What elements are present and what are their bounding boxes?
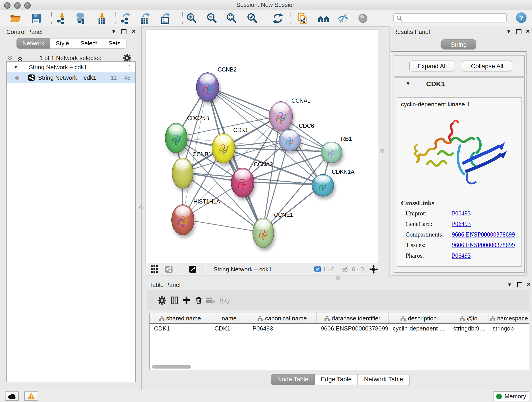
export-image-button[interactable] (159, 12, 172, 25)
network-node-cdc25b[interactable] (165, 123, 187, 153)
node-table[interactable]: shared namenamecanonical namedatabase id… (149, 313, 529, 370)
zoom-in-button[interactable] (186, 12, 198, 25)
network-node-ccna1[interactable] (269, 101, 293, 131)
show-view-button[interactable] (356, 12, 369, 25)
crosshair-move-icon (369, 265, 378, 274)
crosslink-link[interactable]: P06493 (452, 210, 471, 217)
detach-view-button[interactable] (189, 263, 196, 275)
delete-column-button[interactable] (193, 295, 204, 306)
export-network-button[interactable] (120, 12, 133, 25)
results-splitter-handle[interactable] (380, 148, 385, 153)
network-node-cdk1[interactable] (211, 133, 235, 163)
crosslink-link[interactable]: P06493 (452, 220, 471, 228)
import-network-from-database-button[interactable] (75, 12, 88, 25)
network-view-share-button[interactable] (165, 263, 173, 275)
table-cell[interactable]: stringdb (488, 324, 529, 334)
table-cell[interactable]: stringdb:9... (449, 324, 488, 334)
vertical-splitter-handle[interactable] (139, 205, 143, 210)
open-session-button[interactable] (9, 12, 22, 25)
panel-float-icon[interactable] (120, 28, 127, 35)
tab-string[interactable]: String (441, 39, 476, 50)
network-node-ccna2[interactable] (231, 167, 254, 197)
panel-float-icon[interactable] (516, 281, 523, 288)
table-row[interactable]: CDK1CDK1P064939606.ENSP00000378699cyclin… (150, 324, 529, 334)
tab-edge-table[interactable]: Edge Table (315, 374, 358, 385)
crosslink-link[interactable]: 9606.ENSP00000378699 (452, 242, 515, 249)
network-node-cdc6[interactable] (279, 129, 301, 151)
network-node-hist1h1a[interactable] (171, 204, 194, 235)
table-cell[interactable]: P06493 (248, 324, 317, 334)
tab-style[interactable]: Style (50, 38, 75, 49)
column-header--id[interactable]: @id (449, 313, 488, 323)
warning-status-button[interactable] (24, 391, 38, 401)
panel-menu-icon[interactable]: ▾ (110, 28, 117, 35)
tab-node-table[interactable]: Node Table (271, 374, 315, 385)
share-icon (165, 265, 173, 273)
delete-table-button[interactable] (205, 295, 216, 306)
network-node-ccnb1[interactable] (172, 157, 193, 188)
zoom-selected-button[interactable] (246, 12, 259, 25)
tab-sets[interactable]: Sets (103, 38, 126, 49)
import-network-button[interactable] (56, 12, 68, 25)
table-cell[interactable]: CDK1 (210, 324, 248, 334)
import-table-button[interactable] (95, 12, 108, 25)
tab-network-table[interactable]: Network Table (358, 374, 410, 385)
table-cell[interactable]: CDK1 (150, 324, 210, 334)
section-expander-icon[interactable]: ▼ (405, 81, 411, 86)
column-header-shared-name[interactable]: shared name (150, 313, 210, 323)
help-button[interactable]: ? (516, 12, 526, 23)
table-cell[interactable]: cyclin-dependent ... (389, 324, 449, 334)
memory-button[interactable]: Memory (493, 391, 529, 401)
column-header-namespace[interactable]: namespace (488, 313, 529, 323)
clone-network-button[interactable] (296, 12, 309, 25)
create-column-button[interactable] (181, 295, 192, 306)
network-node-ccnb2[interactable] (196, 72, 219, 102)
search-input[interactable] (393, 13, 507, 22)
column-header-name[interactable]: name (210, 313, 248, 323)
crosslink-link[interactable]: 9606.ENSP00000378699 (452, 231, 515, 238)
horizontal-scrollbar[interactable] (152, 365, 191, 369)
panel-close-icon[interactable]: × (525, 281, 532, 288)
network-node-cdkn1a[interactable] (311, 174, 334, 196)
network-node-rb1[interactable] (321, 141, 342, 163)
function-builder-button[interactable]: f(x) (217, 295, 232, 306)
pan-mode-button[interactable] (369, 263, 378, 275)
network-collection-row[interactable]: ▼ String Network – cdk1 1 (7, 62, 135, 72)
panel-close-icon[interactable]: × (130, 28, 138, 35)
show-columns-button[interactable] (169, 295, 180, 306)
export-table-button[interactable] (139, 12, 152, 25)
table-body: CDK1CDK1P064939606.ENSP00000378699cyclin… (150, 324, 529, 334)
network-row[interactable]: String Network – cdk1 11 48 (7, 72, 135, 83)
show-all-views-button[interactable] (317, 12, 330, 25)
crosslink-link[interactable]: P06493 (452, 252, 471, 259)
grid-view-button[interactable] (151, 263, 158, 275)
table-cell[interactable]: 9606.ENSP00000378699 (317, 324, 389, 334)
network-canvas[interactable]: CCNB2CCNA1CDC25BCDK1CDC6RB1CCNB1CCNA2CDK… (146, 30, 379, 263)
panel-menu-icon[interactable]: ▾ (505, 28, 512, 35)
hidden-toggle[interactable] (341, 263, 349, 275)
column-header-description[interactable]: description (389, 313, 449, 323)
panel-menu-icon[interactable]: ▾ (506, 281, 513, 288)
expand-all-button[interactable]: Expand All (409, 61, 455, 71)
refresh-button[interactable] (271, 12, 284, 25)
tab-network[interactable]: Network (17, 38, 50, 49)
tree-expander-icon[interactable]: ▼ (13, 62, 18, 72)
table-tabs: Node Table Edge Table Network Table (271, 374, 409, 385)
column-header-database-identifier[interactable]: database identifier (317, 313, 389, 323)
table-settings-button[interactable] (156, 295, 167, 306)
panel-float-icon[interactable] (515, 28, 522, 35)
collapse-all-button[interactable]: Collapse All (462, 61, 512, 71)
hide-view-button[interactable] (336, 12, 349, 25)
zoom-fit-button[interactable] (225, 12, 238, 25)
cloud-status-button[interactable] (5, 391, 19, 401)
network-node-ccne1[interactable] (252, 218, 274, 248)
selected-checkbox[interactable] (314, 263, 321, 275)
tab-select[interactable]: Select (75, 38, 103, 49)
column-header-label: description (408, 315, 437, 322)
network-edge[interactable] (182, 219, 263, 232)
zoom-out-button[interactable] (206, 12, 219, 25)
column-header-canonical-name[interactable]: canonical name (248, 313, 317, 323)
panel-close-icon[interactable]: × (524, 28, 532, 35)
save-session-button[interactable] (30, 12, 43, 25)
gear-icon[interactable] (123, 54, 132, 62)
